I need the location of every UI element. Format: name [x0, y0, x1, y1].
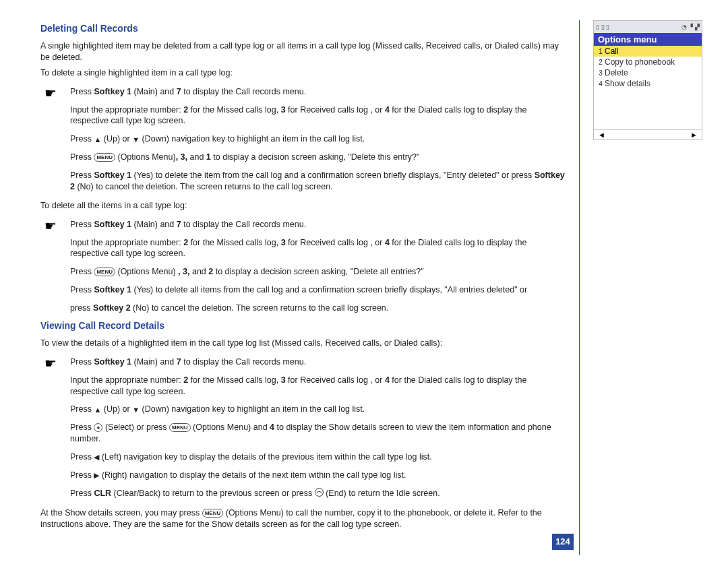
phone-screenshot: ▯ ▯ ▯ ◔ ▝ ▞ Options menu 1Call 2Copy to …	[593, 20, 702, 140]
phone-menu-item: 4Show details	[594, 78, 702, 89]
menu-key-icon: MENU	[94, 153, 115, 162]
step: Press Softkey 1 (Yes) to delete the item…	[40, 166, 566, 196]
phone-menu-title: Options menu	[594, 33, 702, 46]
up-icon: ▲	[94, 405, 101, 415]
softkey-right-icon: ►	[690, 131, 698, 139]
phone-status-bar: ▯ ▯ ▯ ◔ ▝ ▞	[594, 21, 702, 33]
heading-viewing: Viewing Call Record Details	[40, 320, 566, 331]
step: Press Softkey 1 (Main) and 7 to display …	[40, 353, 566, 371]
step: Press ▶ (Right) navigation to display th…	[40, 466, 566, 485]
phone-blank-area	[594, 89, 702, 129]
step: Press Softkey 1 (Yes) to delete all item…	[40, 281, 566, 299]
step: press Softkey 2 (No) to cancel the delet…	[40, 299, 566, 317]
sidebar: ▯ ▯ ▯ ◔ ▝ ▞ Options menu 1Call 2Copy to …	[580, 20, 715, 555]
menu-key-icon: MENU	[169, 423, 191, 432]
para-lead1: To delete a single highlighted item in a…	[40, 67, 566, 79]
phone-softkey-bar: ◄ ►	[594, 129, 702, 139]
step: Press CLR (Clear/Back) to return to the …	[40, 485, 566, 503]
down-icon: ▼	[132, 405, 140, 415]
phone-menu-item: 3Delete	[594, 67, 702, 78]
step: Input the appropriate number: 2 for the …	[40, 234, 566, 263]
step: Press ● (Select) or press MENU (Options …	[40, 418, 566, 448]
down-icon: ▼	[132, 135, 140, 145]
para-outro: At the Show details screen, you may pres…	[40, 507, 566, 530]
step: Input the appropriate number: 2 for the …	[40, 371, 566, 401]
step: Press ▲ (Up) or ▼ (Down) navigation key …	[40, 400, 566, 418]
menu-key-icon: MENU	[94, 268, 115, 276]
steps-delete-single: Press Softkey 1 (Main) and 7 to display …	[40, 83, 566, 196]
steps-view: Press Softkey 1 (Main) and 7 to display …	[40, 353, 566, 503]
status-icons-right: ◔ ▝ ▞	[681, 24, 700, 30]
step: Press MENU (Options Menu), 3, and 1 to d…	[40, 148, 566, 166]
select-key-icon: ●	[94, 423, 102, 432]
menu-key-icon: MENU	[202, 509, 224, 518]
step: Press MENU (Options Menu) , 3, and 2 to …	[40, 263, 566, 281]
end-key-icon	[315, 488, 324, 500]
step: Press Softkey 1 (Main) and 7 to display …	[40, 83, 566, 101]
steps-delete-all: Press Softkey 1 (Main) and 7 to display …	[40, 216, 566, 317]
phone-menu-item: 1Call	[594, 46, 702, 57]
step: Press Softkey 1 (Main) and 7 to display …	[40, 216, 566, 234]
para-intro1: A single highlighted item may be deleted…	[40, 40, 566, 63]
phone-menu-item: 2Copy to phonebook	[594, 57, 702, 67]
svg-point-0	[315, 488, 323, 496]
main-content: Deleting Call Records A single highlight…	[40, 20, 580, 555]
heading-deleting: Deleting Call Records	[40, 23, 566, 34]
step: Press ◀ (Left) navigation key to display…	[40, 448, 566, 466]
para-intro2: To view the details of a highlighted ite…	[40, 338, 566, 349]
softkey-left-icon: ◄	[598, 131, 605, 139]
step: Input the appropriate number: 2 for the …	[40, 101, 566, 131]
para-lead2: To delete all the items in a call type l…	[40, 200, 566, 212]
page-number: 124	[552, 534, 574, 550]
status-icons-left: ▯ ▯ ▯	[596, 24, 609, 30]
up-icon: ▲	[94, 135, 101, 145]
step: Press ▲ (Up) or ▼ (Down) navigation key …	[40, 130, 566, 148]
